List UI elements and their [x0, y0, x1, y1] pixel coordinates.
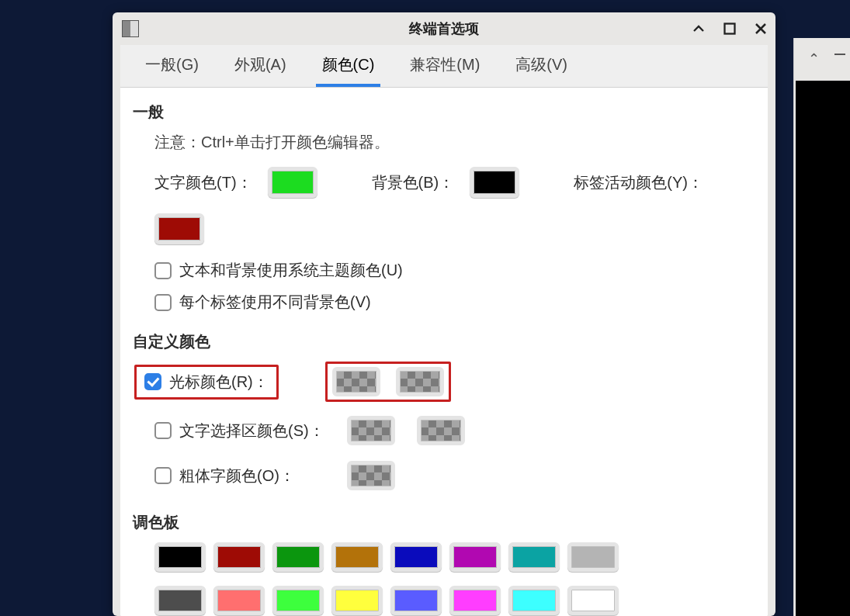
selection-color-row: 文字选择区颜色(S)： [154, 420, 333, 441]
tab-advanced[interactable]: 高级(V) [509, 45, 574, 87]
tab-advanced-label: 高级(V) [515, 54, 567, 75]
bold-color-swatch[interactable] [347, 461, 395, 490]
cursor-color-row-highlight: 光标颜色(R)： [134, 365, 279, 400]
cursor-fg-swatch[interactable] [332, 367, 380, 396]
cursor-color-label: 光标颜色(R)： [169, 372, 269, 393]
palette-swatch-1-4[interactable] [390, 586, 442, 615]
cursor-bg-swatch[interactable] [396, 367, 444, 396]
per-tab-bg-checkbox[interactable] [154, 294, 172, 311]
selection-color-label: 文字选择区颜色(S)： [179, 420, 324, 441]
palette-swatch-1-3[interactable] [331, 586, 383, 615]
section-palette-heading: 调色板 [133, 512, 755, 533]
text-color-label: 文字颜色(T)： [154, 172, 252, 193]
palette-swatch-1-1[interactable] [213, 586, 265, 615]
bg-color-swatch[interactable] [470, 167, 519, 198]
palette-swatch-0-6[interactable] [508, 542, 560, 572]
window-controls [689, 12, 771, 45]
cursor-color-checkbox[interactable] [144, 373, 161, 390]
tab-general[interactable]: 一般(G) [139, 45, 205, 87]
palette-swatch-1-5[interactable] [449, 586, 501, 615]
bold-color-checkbox[interactable] [154, 467, 172, 484]
palette-swatch-0-2[interactable] [272, 542, 324, 572]
tab-compat-label: 兼容性(M) [410, 54, 480, 75]
dash-icon [834, 54, 845, 55]
palette-swatch-1-6[interactable] [508, 586, 560, 615]
app-icon [122, 20, 139, 37]
svg-rect-0 [725, 24, 735, 34]
palette-swatch-0-3[interactable] [331, 542, 383, 572]
color-editor-note: 注意：Ctrl+单击打开颜色编辑器。 [154, 132, 755, 153]
colors-panel: 一般 注意：Ctrl+单击打开颜色编辑器。 文字颜色(T)： 背景色(B)： 标… [120, 88, 768, 616]
palette-swatch-1-0[interactable] [154, 586, 206, 615]
section-general-heading: 一般 [133, 102, 755, 123]
palette-swatch-0-4[interactable] [390, 542, 442, 572]
selection-bg-swatch[interactable] [417, 416, 465, 445]
preferences-window: 终端首选项 一般(G) 外观(A) 颜色(C) 兼容性(M) 高级(V) [113, 12, 775, 616]
per-tab-bg-label: 每个标签使用不同背景色(V) [179, 292, 371, 313]
section-custom-heading: 自定义颜色 [133, 331, 755, 352]
palette-swatch-1-7[interactable] [567, 586, 619, 615]
tab-colors[interactable]: 颜色(C) [316, 45, 381, 87]
content-frame: 一般(G) 外观(A) 颜色(C) 兼容性(M) 高级(V) 一般 注意：Ctr… [120, 45, 768, 616]
per-tab-bg-row: 每个标签使用不同背景色(V) [154, 292, 755, 313]
use-system-theme-checkbox[interactable] [154, 262, 172, 279]
minimize-button[interactable] [689, 19, 709, 39]
chevron-up-icon[interactable]: ⌃ [808, 50, 820, 67]
palette-swatch-0-7[interactable] [567, 542, 619, 572]
tab-colors-label: 颜色(C) [322, 54, 375, 75]
close-button[interactable] [751, 19, 771, 39]
primary-colors-row: 文字颜色(T)： 背景色(B)： 标签活动颜色(Y)： [154, 167, 755, 244]
palette-row-2 [154, 586, 755, 615]
tab-general-label: 一般(G) [145, 54, 199, 75]
bg-color-label: 背景色(B)： [372, 172, 455, 193]
palette-swatch-0-5[interactable] [449, 542, 501, 572]
maximize-button[interactable] [720, 19, 740, 39]
palette-swatch-1-2[interactable] [272, 586, 324, 615]
tab-activity-color-label: 标签活动颜色(Y)： [574, 172, 703, 193]
cursor-color-swatches-highlight [325, 362, 451, 402]
bold-color-label: 粗体字颜色(O)： [179, 465, 295, 486]
tabs: 一般(G) 外观(A) 颜色(C) 兼容性(M) 高级(V) [120, 45, 768, 88]
tab-appearance-label: 外观(A) [234, 54, 286, 75]
text-color-swatch[interactable] [268, 167, 317, 198]
desktop: ⌃ 终端首选项 一般(G) 外观(A) 颜色(C [0, 0, 850, 616]
palette-swatch-0-0[interactable] [154, 542, 206, 572]
use-system-theme-row: 文本和背景使用系统主题颜色(U) [154, 260, 755, 281]
tab-activity-color-swatch[interactable] [154, 213, 204, 244]
tab-compat[interactable]: 兼容性(M) [404, 45, 486, 87]
use-system-theme-label: 文本和背景使用系统主题颜色(U) [179, 260, 403, 281]
selection-color-checkbox[interactable] [154, 422, 172, 439]
background-terminal-area [796, 81, 850, 616]
titlebar[interactable]: 终端首选项 [113, 12, 775, 45]
tab-appearance[interactable]: 外观(A) [228, 45, 293, 87]
bold-color-row: 粗体字颜色(O)： [154, 465, 333, 486]
custom-grid: 文字选择区颜色(S)： 粗体字颜色(O)： [154, 416, 755, 490]
palette-row-1 [154, 542, 755, 572]
selection-fg-swatch[interactable] [347, 416, 395, 445]
palette-swatch-0-1[interactable] [213, 542, 265, 572]
window-title: 终端首选项 [113, 19, 775, 38]
